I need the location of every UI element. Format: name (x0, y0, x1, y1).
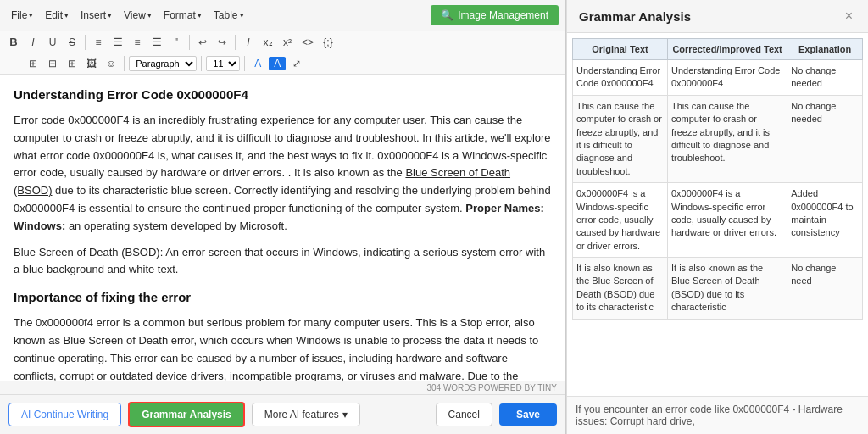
view-menu-caret: ▾ (147, 11, 152, 19)
original-text-cell: 0x000000F4 is a Windows-specific error c… (573, 183, 668, 258)
quote-button[interactable]: " (168, 35, 185, 50)
word-count-text: 304 WORDS POWERED BY TINY (426, 383, 557, 392)
more-ai-features-button[interactable]: More AI features ▾ (252, 403, 360, 426)
image-management-button[interactable]: 🔍 Image Management (431, 5, 559, 25)
strikethrough-button[interactable]: S (64, 35, 81, 50)
redo-button[interactable]: ↪ (214, 35, 231, 50)
explanation-header: Explanation (787, 39, 863, 60)
corrected-text-header: Corrected/Improved Text (667, 39, 787, 60)
image-button[interactable]: 🖼 (83, 56, 100, 71)
grammar-analysis-button[interactable]: Grammar Analysis (128, 402, 245, 427)
font-size-select[interactable]: 11pt (206, 56, 240, 71)
toolbar-separator-2 (189, 35, 190, 50)
align-center-button[interactable]: ☰ (109, 35, 126, 50)
corrected-text-cell: Understanding Error Code 0x000000F4 (667, 60, 787, 96)
content-heading-1: Understanding Error Code 0x000000F4 (14, 85, 552, 105)
align-right-button[interactable]: ≡ (129, 35, 146, 50)
more-ai-caret-icon: ▾ (342, 409, 348, 420)
original-text-cell: It is also known as the Blue Screen of D… (573, 258, 668, 320)
explanation-cell: No change need (787, 258, 863, 320)
toolbar-row-1: B I U S ≡ ☰ ≡ ☰ " ↩ ↪ I x₂ x² <> {;} (0, 31, 565, 53)
table-button[interactable]: ⊞ (64, 56, 81, 71)
align-justify-button[interactable]: ☰ (148, 35, 165, 50)
grammar-table-row: It is also known as the Blue Screen of D… (573, 258, 863, 320)
editor-header: File ▾ Edit ▾ Insert ▾ View ▾ Format ▾ T… (0, 0, 565, 31)
grammar-table-container[interactable]: Original Text Corrected/Improved Text Ex… (567, 33, 868, 396)
grammar-table-row: 0x000000F4 is a Windows-specific error c… (573, 183, 863, 258)
table-menu-caret: ▾ (240, 11, 244, 19)
grammar-panel-close-button[interactable]: × (842, 8, 856, 24)
align-left-button[interactable]: ≡ (90, 35, 107, 50)
grammar-panel-title: Grammar Analysis (579, 9, 691, 24)
toolbar-row-2: — ⊞ ⊟ ⊞ 🖼 ☺ Paragraph 11pt A A ⤢ (0, 53, 565, 75)
format-menu-caret: ▾ (198, 11, 202, 19)
ai-continue-writing-button[interactable]: AI Continue Writing (8, 403, 121, 426)
edit-menu[interactable]: Edit ▾ (41, 8, 73, 23)
original-text-cell: This can cause the computer to crash or … (573, 95, 668, 182)
undo-button[interactable]: ↩ (194, 35, 211, 50)
content-heading-2: Importance of fixing the error (14, 287, 552, 308)
editor-footer: AI Continue Writing Grammar Analysis Mor… (0, 394, 565, 434)
corrected-text-cell: 0x000000F4 is a Windows-specific error c… (667, 183, 787, 258)
original-text-header: Original Text (573, 39, 668, 60)
editor-panel: File ▾ Edit ▾ Insert ▾ View ▾ Format ▾ T… (0, 0, 566, 434)
toolbar-separator-4 (124, 56, 125, 71)
insert-menu-caret: ▾ (108, 11, 112, 19)
special-chars-button[interactable]: {;} (320, 35, 337, 50)
grammar-panel-header: Grammar Analysis × (567, 0, 868, 33)
corrected-text-cell: It is also known as the Blue Screen of D… (667, 258, 787, 320)
highlight-button[interactable]: A (269, 57, 286, 70)
superscript-button[interactable]: x² (279, 35, 296, 50)
grammar-table: Original Text Corrected/Improved Text Ex… (572, 38, 863, 320)
save-button[interactable]: Save (499, 403, 557, 426)
bottom-text: If you encounter an error code like 0x00… (576, 403, 843, 427)
content-paragraph-1: Error code 0x000000F4 is an incredibly f… (14, 112, 552, 236)
content-paragraph-2: Blue Screen of Death (BSOD): An error sc… (14, 244, 552, 280)
toolbar-separator-6 (244, 56, 245, 71)
explanation-cell: Added 0x000000F4 to maintain consistency (787, 183, 863, 258)
grammar-table-row: Understanding Error Code 0x000000F4Under… (573, 60, 863, 96)
italic-button[interactable]: I (25, 35, 42, 50)
corrected-text-cell: This can cause the computer to crash or … (667, 95, 787, 182)
menu-bar: File ▾ Edit ▾ Insert ▾ View ▾ Format ▾ T… (7, 8, 248, 23)
subscript-button[interactable]: x₂ (259, 35, 276, 50)
format-menu[interactable]: Format ▾ (159, 8, 206, 23)
file-menu-caret: ▾ (29, 11, 33, 19)
grammar-analysis-panel: Grammar Analysis × Original Text Correct… (566, 0, 868, 434)
grammar-table-row: This can cause the computer to crash or … (573, 95, 863, 182)
explanation-cell: No change needed (787, 95, 863, 182)
toolbar-separator (85, 35, 86, 50)
explanation-cell: No change needed (787, 60, 863, 96)
toolbar-separator-3 (235, 35, 236, 50)
image-icon: 🔍 (441, 9, 453, 21)
bold-button[interactable]: B (5, 34, 22, 50)
file-menu[interactable]: File ▾ (7, 8, 37, 23)
fullscreen-button[interactable]: ⤢ (288, 56, 305, 71)
ordered-list-button[interactable]: ⊟ (44, 56, 61, 71)
font-color-button[interactable]: A (249, 56, 266, 71)
word-count-bar: 304 WORDS POWERED BY TINY (0, 381, 565, 394)
toolbar-separator-5 (201, 56, 202, 71)
paragraph-style-select[interactable]: Paragraph (129, 56, 197, 71)
cancel-button[interactable]: Cancel (436, 403, 492, 426)
emoji-button[interactable]: ☺ (103, 56, 120, 71)
view-menu[interactable]: View ▾ (120, 8, 156, 23)
original-text-cell: Understanding Error Code 0x000000F4 (573, 60, 668, 96)
indent-button[interactable]: ⊞ (25, 56, 42, 71)
editor-content[interactable]: Understanding Error Code 0x000000F4 Erro… (0, 75, 565, 381)
italic-alt-button[interactable]: I (240, 35, 257, 50)
underline-button[interactable]: U (44, 35, 61, 50)
bottom-text-bar: If you encounter an error code like 0x00… (567, 396, 868, 434)
edit-menu-caret: ▾ (64, 11, 69, 19)
bullet-list-button[interactable]: — (5, 56, 22, 71)
table-menu[interactable]: Table ▾ (209, 8, 248, 23)
code-button[interactable]: <> (298, 35, 317, 50)
insert-menu[interactable]: Insert ▾ (76, 8, 116, 23)
content-paragraph-3: The 0x000000f4 error is a common but ser… (14, 314, 552, 381)
